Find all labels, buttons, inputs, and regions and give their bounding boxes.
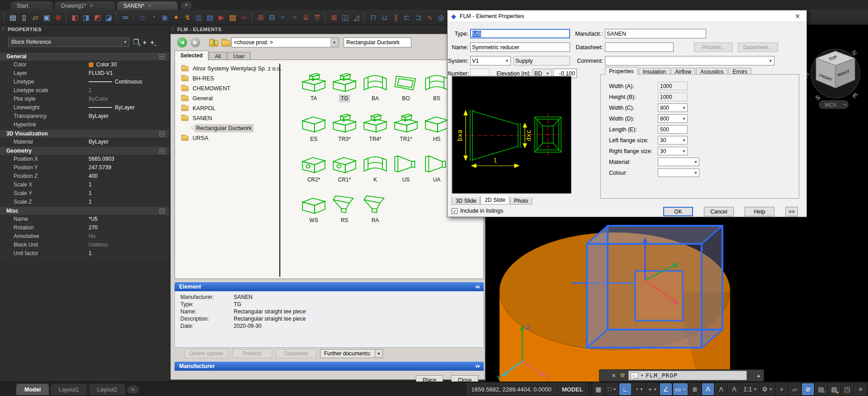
- command-grip-icon[interactable]: ⠿: [602, 373, 605, 378]
- tree-item[interactable]: CHEMOWENT: [180, 84, 283, 93]
- esnap-main-icon[interactable]: Λ ▼: [702, 383, 714, 395]
- category-field[interactable]: Rectangular Ductwork: [344, 37, 411, 47]
- panel-grip-icon[interactable]: ⠿: [2, 27, 5, 32]
- toolbar-grip[interactable]: [364, 13, 366, 22]
- flm-tab[interactable]: Selected: [175, 51, 208, 60]
- grid-toggle-icon[interactable]: ▦ ▼: [593, 383, 604, 395]
- settings-gear-icon[interactable]: ⚙ ▼: [760, 383, 774, 395]
- close-file-icon[interactable]: ⊗: [52, 12, 64, 23]
- layout-tab[interactable]: Model: [16, 384, 49, 395]
- manufacturer-input[interactable]: SANEN: [605, 29, 706, 38]
- tree-item[interactable]: BH-RES: [180, 74, 283, 84]
- expand-history-icon[interactable]: ▲: [756, 373, 761, 378]
- section-header[interactable]: General −: [0, 52, 169, 61]
- new-tab-button[interactable]: +: [181, 2, 192, 9]
- isolate-objects-icon[interactable]: ⊘ ▼: [802, 383, 814, 395]
- tab-drawing1[interactable]: Drawing1* ✕: [54, 1, 116, 10]
- chevron-down-icon[interactable]: ▼: [682, 387, 686, 391]
- property-row[interactable]: Position Z 400: [0, 172, 169, 181]
- open-file-icon[interactable]: ▱: [30, 12, 41, 23]
- pick-point-icon[interactable]: +: [142, 38, 146, 46]
- slide-tab[interactable]: 3D Slide: [452, 197, 480, 205]
- collapse-up-icon[interactable]: ∧∧: [475, 284, 479, 289]
- section-header[interactable]: 3D Visualization −: [0, 129, 169, 138]
- property-row[interactable]: Name *U5: [0, 215, 169, 224]
- dialog-button[interactable]: Cancel: [704, 207, 734, 216]
- toolbar-grip[interactable]: [66, 13, 67, 22]
- property-row[interactable]: Scale Y 1: [0, 189, 169, 198]
- customize-wrench-icon[interactable]: ⚒: [620, 372, 625, 379]
- osnap-toggle-icon[interactable]: + ▼: [646, 383, 659, 395]
- duct-table-icon[interactable]: ⊞: [255, 12, 266, 23]
- open-folder-icon[interactable]: [222, 40, 231, 47]
- bolt-off-icon[interactable]: ↯: [182, 12, 193, 23]
- prop-control[interactable]: 30 ▼: [658, 147, 688, 155]
- flange-right-icon[interactable]: ¬: [289, 12, 300, 23]
- menu-icon[interactable]: ≡ ▼: [854, 383, 866, 395]
- property-row[interactable]: Scale Z 1: [0, 198, 169, 206]
- chevron-down-icon[interactable]: ▼: [640, 373, 644, 377]
- collapse-down-icon[interactable]: ∨∨: [475, 364, 479, 368]
- tree-item[interactable]: SANEN: [180, 113, 283, 123]
- chevron-down-icon[interactable]: ▼: [653, 387, 657, 391]
- element-action-button[interactable]: Datasheet: [276, 349, 316, 358]
- selection-modes-icon[interactable]: ▱ ▼: [789, 383, 801, 395]
- duct-rise-icon[interactable]: ⇈: [311, 12, 323, 23]
- xref-manage-icon[interactable]: ◪: [103, 12, 114, 23]
- xml-export-icon[interactable]: ⇨: [238, 12, 250, 23]
- xref-overlay-icon[interactable]: ◨: [80, 12, 92, 23]
- xref-detach-icon[interactable]: ◩: [92, 12, 103, 23]
- element-cell[interactable]: TR4*: [360, 103, 391, 144]
- chevron-down-icon[interactable]: ▼: [375, 349, 383, 358]
- tab-start[interactable]: Start: [10, 1, 53, 10]
- tree-item[interactable]: URSA: [180, 133, 283, 143]
- chevron-down-icon[interactable]: ▼: [769, 387, 773, 391]
- property-row[interactable]: Scale X 1: [0, 181, 169, 189]
- collapse-icon[interactable]: −: [160, 54, 165, 59]
- prop-control[interactable]: 500 ▼: [658, 125, 688, 134]
- render-icon[interactable]: ▶: [216, 12, 227, 23]
- esnap-off-icon[interactable]: Λ ▼: [728, 383, 740, 395]
- ortho-toggle-icon[interactable]: ∟ ▼: [619, 383, 631, 395]
- xref-attach-icon[interactable]: ◧: [69, 12, 80, 23]
- prop-control[interactable]: 800 ▼: [658, 103, 688, 112]
- command-input[interactable]: >_ ▼ FLM_PROP: [628, 371, 747, 380]
- toolbar-grip[interactable]: [4, 13, 5, 22]
- dialog-button[interactable]: Help: [745, 207, 774, 216]
- property-row[interactable]: Material ByLayer: [0, 138, 169, 146]
- element-action-button[interactable]: Pricelist: [232, 349, 272, 358]
- esnap-add-icon[interactable]: Λ ▼: [715, 383, 727, 395]
- toolbar-grip[interactable]: [325, 13, 326, 22]
- wcs-selector[interactable]: WCS ▼: [819, 101, 848, 108]
- property-row[interactable]: Lineweight ByLayer: [0, 103, 169, 112]
- property-row[interactable]: Plot style ByColor: [0, 95, 169, 103]
- chevron-down-icon[interactable]: ▼: [754, 387, 757, 391]
- folder-up-icon[interactable]: ↥: [209, 40, 218, 47]
- property-row[interactable]: Linetype Continuous: [0, 78, 169, 86]
- prop-control[interactable]: ▼: [658, 168, 699, 177]
- collapse-icon[interactable]: −: [160, 209, 165, 214]
- element-section-header[interactable]: Element ∧∧: [175, 282, 484, 291]
- new-file-icon[interactable]: ▯: [19, 12, 30, 23]
- chevron-down-icon[interactable]: ▼: [330, 38, 338, 47]
- coordinates-display[interactable]: 1659.5682, 2289.4404, 0.0000: [467, 383, 556, 395]
- save-icon[interactable]: ▣: [41, 12, 52, 23]
- duct-draw-icon[interactable]: ⊓: [368, 12, 379, 23]
- materials-icon[interactable]: ▨: [227, 12, 238, 23]
- paste-icon[interactable]: ▤: [7, 12, 19, 23]
- manufacturer-section-header[interactable]: Manufacturer ∨∨: [175, 362, 484, 371]
- orbit-icon[interactable]: ◇: [137, 12, 148, 23]
- element-action-button[interactable]: Online update: [184, 349, 228, 358]
- layout-tab[interactable]: Layout2: [89, 384, 125, 395]
- property-row[interactable]: Transparency ByLayer: [0, 112, 169, 121]
- quick-select-icon[interactable]: +▪: [150, 38, 154, 46]
- property-row[interactable]: Rotation 270: [0, 224, 169, 232]
- forward-icon[interactable]: ▶: [190, 37, 200, 47]
- prop-control[interactable]: 30 ▼: [658, 136, 688, 144]
- chevron-down-icon[interactable]: ▼: [693, 171, 699, 175]
- flange-left-icon[interactable]: ⌐: [278, 12, 289, 23]
- element-cell[interactable]: WS: [298, 185, 329, 225]
- flm-panel-header[interactable]: ⠿ FLM - ELEMENTS: [170, 25, 486, 34]
- duct-size-icon[interactable]: ⊐: [413, 12, 424, 23]
- chevron-down-icon[interactable]: ▼: [681, 116, 687, 121]
